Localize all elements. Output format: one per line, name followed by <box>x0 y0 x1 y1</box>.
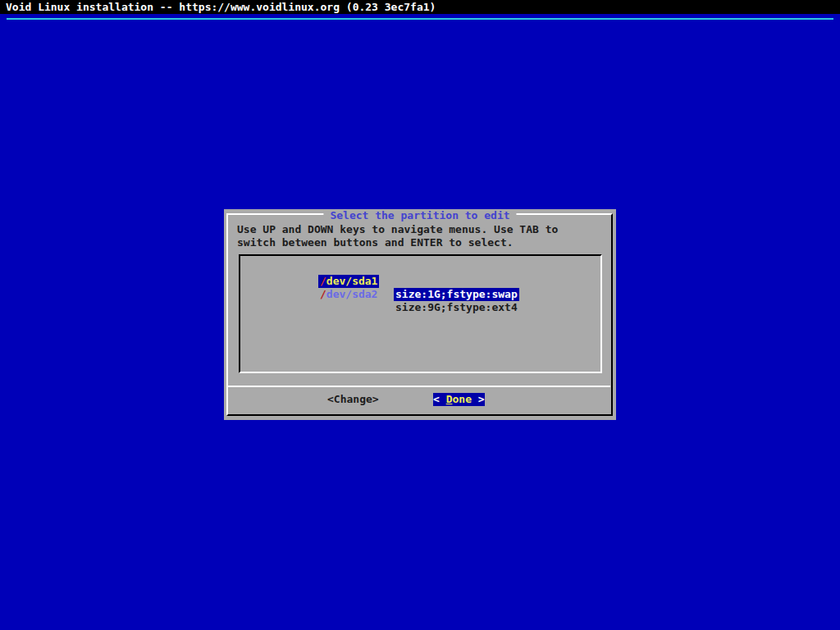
tag-text: dev/sda2 <box>326 288 378 300</box>
button-row-separator <box>228 386 610 387</box>
menu-item-dev-sda2[interactable]: /dev/sda2 size:9G;fstype:ext4 <box>240 275 600 288</box>
backtitle-text: Void Linux installation -- https://www.v… <box>6 0 436 14</box>
change-button[interactable]: <Change> <box>327 393 379 406</box>
done-bracket-right: > <box>472 393 485 405</box>
backtitle-separator-line <box>7 18 833 20</box>
done-label-rest: one <box>452 393 471 405</box>
instructions-line-1: Use UP and DOWN keys to navigate menus. … <box>237 223 558 235</box>
tag-hotkey: / <box>320 288 326 300</box>
partition-edit-dialog: Select the partition to edit Use UP and … <box>224 209 616 420</box>
partition-menu-listbox: /dev/sda1 size:1G;fstype:swap /dev/sda2 … <box>239 254 602 373</box>
dialog-title: Select the partition to edit <box>323 209 516 221</box>
done-bracket-left: < <box>433 393 446 405</box>
instructions-line-2: switch between buttons and ENTER to sele… <box>237 236 514 249</box>
done-button[interactable]: < Done > <box>433 393 485 406</box>
partition-description: size:9G;fstype:ext4 <box>394 301 519 314</box>
dialog-instructions: Use UP and DOWN keys to navigate menus. … <box>237 223 558 249</box>
backtitle-bar: Void Linux installation -- https://www.v… <box>0 0 840 14</box>
partition-description: size:1G;fstype:swap <box>394 288 519 301</box>
menu-item-dev-sda1[interactable]: /dev/sda1 size:1G;fstype:swap <box>240 262 600 275</box>
partition-tag: /dev/sda2 <box>318 288 379 301</box>
